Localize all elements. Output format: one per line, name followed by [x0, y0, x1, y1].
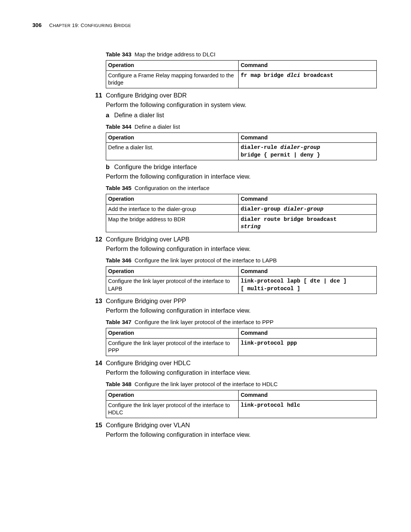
- page-number: 306: [32, 22, 41, 28]
- table-348-caption: Table 348 Configure the link layer proto…: [106, 381, 377, 387]
- table-345: Operation Command Add the interface to t…: [106, 194, 377, 232]
- step-desc: Perform the following configuration in s…: [106, 101, 377, 109]
- table-row: Configure the link layer protocol of the…: [106, 276, 377, 294]
- step-title: Configure Bridging over HDLC: [106, 359, 191, 367]
- table-row: Map the bridge address to BDR dialer rou…: [106, 214, 377, 232]
- step-15: 15 Configure Bridging over VLAN: [106, 422, 377, 429]
- cell-operation: Configure the link layer protocol of the…: [106, 338, 239, 356]
- table-header-operation: Operation: [106, 61, 239, 71]
- table-header-operation: Operation: [106, 328, 239, 339]
- table-row: Add the interface to the dialer-group di…: [106, 204, 377, 214]
- table-row: Configure a Frame Relay mapping forwarde…: [106, 70, 377, 88]
- table-346: Operation Command Configure the link lay…: [106, 266, 377, 294]
- step-desc: Perform the following configuration in i…: [106, 307, 377, 314]
- table-header-command: Command: [239, 133, 377, 143]
- table-header-command: Command: [239, 61, 377, 71]
- table-348: Operation Command Configure the link lay…: [106, 390, 377, 418]
- table-346-caption: Table 346 Configure the link layer proto…: [106, 257, 377, 264]
- table-row: Configure the link layer protocol of the…: [106, 400, 377, 418]
- chapter-label: CHAPTER 19: CONFIGURING BRIDGE: [49, 22, 131, 28]
- step-desc: Perform the following configuration in i…: [106, 245, 377, 252]
- step-desc: Perform the following configuration in i…: [106, 369, 377, 376]
- table-347: Operation Command Configure the link lay…: [106, 328, 377, 356]
- step-11b: b Configure the bridge interface: [106, 163, 377, 171]
- substep-title: Define a dialer list: [114, 112, 164, 119]
- table-row: Define a dialer list. dialer-rule dialer…: [106, 143, 377, 160]
- cell-operation: Define a dialer list.: [106, 143, 239, 160]
- table-345-caption: Table 345 Configuration on the interface: [106, 185, 377, 191]
- table-header-command: Command: [239, 194, 377, 204]
- step-title: Configure Bridging over BDR: [106, 92, 187, 99]
- cell-command: dialer-group dialer-group: [239, 204, 377, 214]
- cell-command: link-protocol lapb [ dte | dce ][ multi-…: [239, 276, 377, 294]
- step-title: Configure Bridging over PPP: [106, 297, 186, 305]
- cell-command: fr map bridge dlci broadcast: [239, 70, 377, 88]
- step-11a: a Define a dialer list: [106, 112, 377, 119]
- cell-operation: Configure the link layer protocol of the…: [106, 276, 239, 294]
- step-12: 12 Configure Bridging over LAPB: [106, 236, 377, 243]
- table-344: Operation Command Define a dialer list. …: [106, 133, 377, 161]
- step-14: 14 Configure Bridging over HDLC: [106, 359, 377, 367]
- table-347-caption: Table 347 Configure the link layer proto…: [106, 319, 377, 325]
- page-header: 306 CHAPTER 19: CONFIGURING BRIDGE: [38, 22, 377, 28]
- table-header-operation: Operation: [106, 133, 239, 143]
- cell-command: link-protocol ppp: [239, 338, 377, 356]
- step-title: Configure Bridging over LAPB: [106, 236, 190, 243]
- step-desc: Perform the following configuration in i…: [106, 173, 377, 180]
- table-344-caption: Table 344 Define a dialer list: [106, 123, 377, 130]
- step-desc: Perform the following configuration in i…: [106, 431, 377, 438]
- cell-operation: Map the bridge address to BDR: [106, 214, 239, 232]
- table-header-operation: Operation: [106, 194, 239, 204]
- cell-operation: Configure a Frame Relay mapping forwarde…: [106, 70, 239, 88]
- table-header-command: Command: [239, 266, 377, 276]
- table-343: Operation Command Configure a Frame Rela…: [106, 60, 377, 88]
- cell-operation: Add the interface to the dialer-group: [106, 204, 239, 214]
- table-343-caption: Table 343 Map the bridge address to DLCI: [106, 51, 377, 58]
- cell-command: link-protocol hdlc: [239, 400, 377, 418]
- substep-title: Configure the bridge interface: [114, 163, 197, 171]
- cell-command: dialer route bridge broadcaststring: [239, 214, 377, 232]
- cell-command: dialer-rule dialer-groupbridge { permit …: [239, 143, 377, 160]
- table-row: Configure the link layer protocol of the…: [106, 338, 377, 356]
- table-header-command: Command: [239, 328, 377, 339]
- cell-operation: Configure the link layer protocol of the…: [106, 400, 239, 418]
- table-header-operation: Operation: [106, 266, 239, 276]
- step-11: 11 Configure Bridging over BDR: [106, 92, 377, 99]
- step-13: 13 Configure Bridging over PPP: [106, 297, 377, 305]
- table-header-command: Command: [239, 390, 377, 401]
- step-title: Configure Bridging over VLAN: [106, 422, 190, 429]
- table-header-operation: Operation: [106, 390, 239, 401]
